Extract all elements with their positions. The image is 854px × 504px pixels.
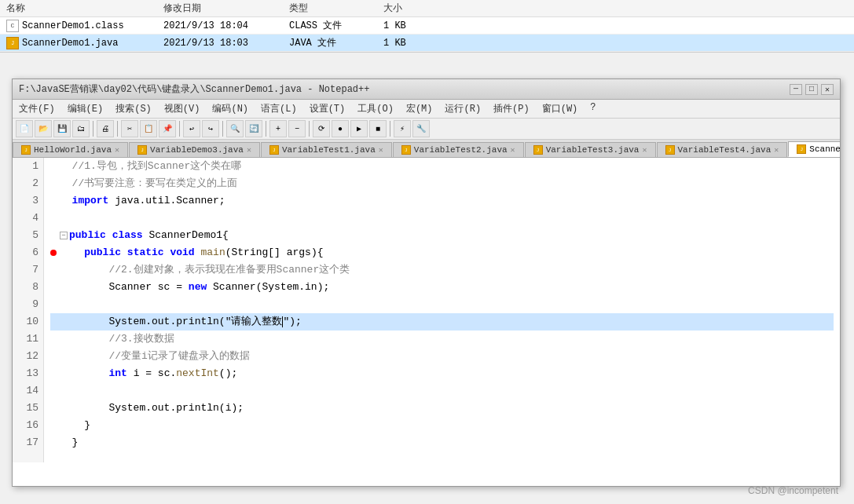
- menu-tools[interactable]: 工具(O): [354, 101, 397, 116]
- toolbar-sep2: [117, 121, 118, 137]
- file-name-java: J ScannerDemo1.java: [6, 37, 163, 49]
- toolbar-zoomout[interactable]: −: [288, 120, 306, 137]
- toolbar-sync[interactable]: ⟳: [313, 120, 330, 137]
- menu-edit[interactable]: 编辑(E): [64, 101, 107, 116]
- file-name-class: C ScannerDemo1.class: [6, 20, 163, 32]
- tab-label-variabletest1: VariableTest1.java: [282, 145, 376, 155]
- menu-encode[interactable]: 编码(N): [209, 101, 251, 116]
- tab-icon-variabledemo3: J: [137, 145, 147, 155]
- menu-window[interactable]: 窗口(W): [539, 101, 581, 116]
- no-breakpoint-1: [50, 163, 57, 170]
- tab-variabletest2[interactable]: J VariableTest2.java ✕: [393, 142, 524, 157]
- no-breakpoint-12: [50, 353, 57, 360]
- tab-icon-variabletest3: J: [533, 145, 543, 155]
- toolbar-zoomin[interactable]: +: [269, 120, 287, 137]
- tab-variabledemo3[interactable]: J VariableDemo3.java ✕: [129, 142, 260, 157]
- file-explorer-header: 名称 修改日期 类型 大小: [0, 0, 854, 17]
- java-icon: J: [6, 37, 19, 49]
- tab-close-helloworld[interactable]: ✕: [115, 145, 119, 155]
- toolbar-cut[interactable]: ✂: [121, 120, 138, 137]
- menu-settings[interactable]: 设置(T): [306, 101, 349, 116]
- menu-file[interactable]: 文件(F): [16, 101, 58, 116]
- tab-label-variabletest4: VariableTest4.java: [678, 145, 772, 155]
- file-date-class: 2021/9/13 18:04: [163, 20, 289, 31]
- toolbar-new[interactable]: 📄: [16, 120, 33, 137]
- menu-language[interactable]: 语言(L): [258, 101, 300, 116]
- code-line-3: import java.util.Scanner;: [50, 192, 834, 210]
- no-breakpoint-9: [50, 301, 57, 308]
- tab-close-variabletest2[interactable]: ✕: [511, 145, 515, 155]
- toolbar-save[interactable]: 💾: [53, 120, 71, 137]
- menu-macro[interactable]: 宏(M): [403, 101, 436, 116]
- header-size: 大小: [383, 2, 446, 15]
- tab-close-variabledemo3[interactable]: ✕: [247, 145, 251, 155]
- fold-marker-5[interactable]: −: [60, 232, 68, 239]
- toolbar-sep1: [93, 121, 93, 137]
- file-row-class[interactable]: C ScannerDemo1.class 2021/9/13 18:04 CLA…: [0, 17, 854, 35]
- code-line-9: [50, 296, 834, 313]
- toolbar-copy[interactable]: 📋: [140, 120, 157, 137]
- no-breakpoint-8: [50, 284, 57, 290]
- tab-scannerdemo1[interactable]: J ScannerDemo1.java ✕: [788, 141, 840, 157]
- toolbar-replace[interactable]: 🔄: [245, 120, 262, 137]
- no-breakpoint-7: [50, 267, 57, 273]
- toolbar-play[interactable]: ▶: [350, 120, 368, 137]
- toolbar-sep5: [266, 121, 266, 137]
- toolbar-print[interactable]: 🖨: [97, 120, 114, 137]
- close-button[interactable]: ✕: [821, 84, 834, 95]
- tab-helloworld[interactable]: J HelloWorld.java ✕: [13, 142, 128, 157]
- menu-run[interactable]: 运行(R): [442, 101, 484, 116]
- file-date-java: 2021/9/13 18:03: [163, 38, 289, 49]
- code-line-17: }: [50, 434, 834, 451]
- menu-plugin[interactable]: 插件(P): [490, 101, 533, 116]
- maximize-button[interactable]: □: [805, 84, 818, 95]
- watermark: CSDN @incompetent: [748, 485, 838, 496]
- toolbar-find[interactable]: 🔍: [226, 120, 244, 137]
- toolbar-sep7: [390, 121, 390, 137]
- toolbar-paste[interactable]: 📌: [159, 120, 176, 137]
- tab-close-variabletest4[interactable]: ✕: [774, 145, 779, 155]
- menu-help[interactable]: ?: [587, 101, 599, 116]
- tab-variabletest4[interactable]: J VariableTest4.java ✕: [657, 142, 788, 157]
- toolbar-undo[interactable]: ↩: [183, 120, 200, 137]
- tab-label-variabletest3: VariableTest3.java: [546, 145, 640, 155]
- no-breakpoint-15: [50, 405, 57, 411]
- toolbar-extra1[interactable]: ⚡: [394, 120, 411, 137]
- code-line-12: //变量i记录了键盘录入的数据: [50, 348, 834, 365]
- no-breakpoint-10: [50, 319, 57, 325]
- tab-label-scannerdemo1: ScannerDemo1.java: [809, 144, 840, 154]
- no-breakpoint-16: [50, 422, 57, 429]
- code-line-8: Scanner sc = new Scanner(System.in);: [50, 279, 834, 296]
- toolbar-open[interactable]: 📂: [35, 120, 52, 137]
- no-breakpoint-17: [50, 440, 57, 446]
- file-type-class: CLASS 文件: [289, 19, 383, 32]
- file-row-java[interactable]: J ScannerDemo1.java 2021/9/13 18:03 JAVA…: [0, 35, 854, 52]
- menu-view[interactable]: 视图(V): [161, 101, 203, 116]
- tab-close-variabletest1[interactable]: ✕: [379, 145, 383, 155]
- tab-label-helloworld: HelloWorld.java: [34, 145, 112, 155]
- toolbar-stop[interactable]: ■: [369, 120, 387, 137]
- code-editor[interactable]: 1 2 3 4 5 6 7 8 9 10 11 12 13 14 15 16 1…: [13, 158, 840, 462]
- file-size-class: 1 KB: [383, 20, 446, 31]
- toolbar-saveall[interactable]: 🗂: [72, 120, 90, 137]
- code-area[interactable]: //1.导包，找到Scanner这个类在哪 //书写要注意：要写在类定义的上面 …: [44, 158, 840, 462]
- header-type: 类型: [289, 2, 383, 15]
- toolbar-redo[interactable]: ↪: [202, 120, 219, 137]
- notepad-titlebar: F:\JavaSE营销课\day02\代码\键盘录入\ScannerDemo1.…: [13, 79, 840, 100]
- tab-close-variabletest3[interactable]: ✕: [642, 145, 647, 155]
- menu-search[interactable]: 搜索(S): [112, 101, 155, 116]
- tab-variabletest1[interactable]: J VariableTest1.java ✕: [261, 142, 392, 157]
- toolbar-extra2[interactable]: 🔧: [412, 120, 430, 137]
- tab-icon-variabletest1: J: [269, 145, 279, 155]
- no-breakpoint-4: [50, 215, 57, 221]
- toolbar-record[interactable]: ●: [332, 120, 349, 137]
- tab-icon-scannerdemo1: J: [797, 144, 806, 154]
- file-type-java: JAVA 文件: [289, 36, 383, 49]
- minimize-button[interactable]: ─: [790, 84, 802, 95]
- code-line-10: System.out.println("请输入整数");: [50, 313, 834, 331]
- tab-variabletest3[interactable]: J VariableTest3.java ✕: [525, 142, 656, 157]
- tab-icon-variabletest4: J: [665, 145, 675, 155]
- code-line-13: int i = sc. nextInt ();: [50, 365, 834, 382]
- notepad-toolbar: 📄 📂 💾 🗂 🖨 ✂ 📋 📌 ↩ ↪ 🔍 🔄 + − ⟳ ● ▶ ■ ⚡ 🔧: [13, 119, 840, 140]
- header-date: 修改日期: [163, 2, 289, 15]
